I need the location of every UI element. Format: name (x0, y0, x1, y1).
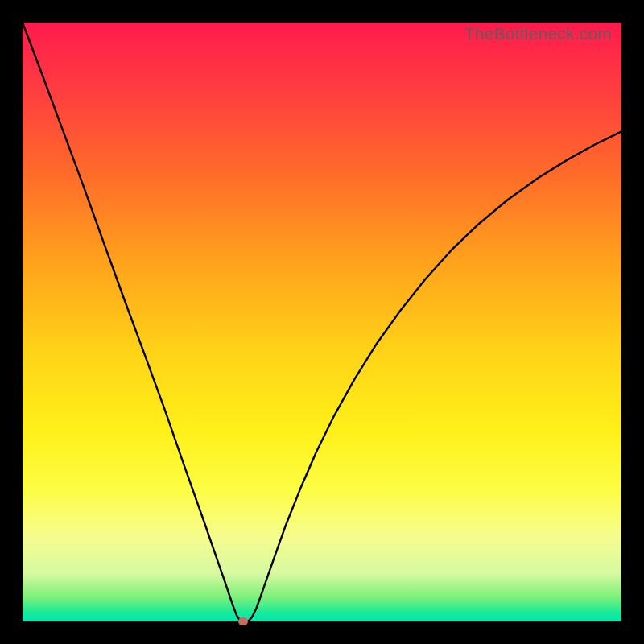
chart-frame: TheBottleneck.com (0, 0, 644, 644)
curve-layer (23, 23, 621, 621)
minimum-marker (238, 617, 248, 625)
watermark-text: TheBottleneck.com (464, 24, 612, 43)
bottleneck-curve (23, 23, 621, 621)
plot-area: TheBottleneck.com (23, 23, 621, 621)
